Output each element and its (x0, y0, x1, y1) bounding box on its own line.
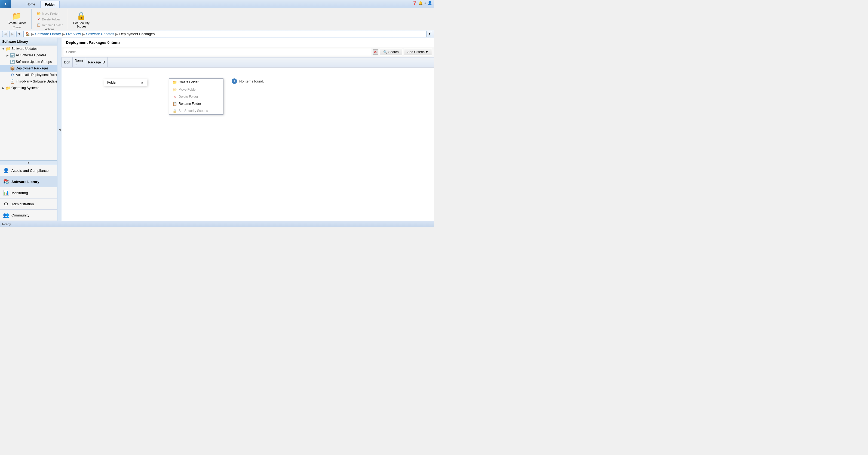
search-label: Search (389, 50, 399, 54)
tree-item-software-update-groups[interactable]: 🔄 Software Update Groups (0, 59, 57, 65)
delete-folder-label: Delete Folder (42, 18, 60, 21)
breadcrumb-overview[interactable]: Overview (66, 32, 81, 36)
search-clear-button[interactable]: ✕ (373, 49, 378, 55)
breadcrumb-software-library[interactable]: Software Library (35, 32, 61, 36)
delete-folder-button[interactable]: ✕ Delete Folder (35, 17, 64, 22)
label-software-updates: Software Updates (11, 47, 37, 51)
icon-third-party: 📋 (10, 79, 15, 84)
delete-folder-icon: ✕ (36, 17, 41, 22)
community-icon: 👥 (3, 212, 9, 218)
breadcrumb-path: 🏠 ▶ Software Library ▶ Overview ▶ Softwa… (23, 31, 427, 37)
add-criteria-label: Add Criteria (407, 50, 425, 54)
tree-item-software-updates[interactable]: ▼ 📁 Software Updates (0, 46, 57, 52)
context-menu-folder[interactable]: Folder ▶ (104, 79, 147, 86)
search-icon: 🔍 (383, 50, 387, 54)
search-input[interactable] (64, 49, 371, 55)
folder-submenu[interactable]: 📁 Create Folder 📂 Move Folder ✕ Delete F… (169, 79, 223, 115)
move-folder-button[interactable]: 📂 Move Folder (35, 11, 64, 16)
help-icon[interactable]: ❓ (412, 1, 417, 5)
icon-all-software: 🔄 (10, 53, 15, 58)
context-menu[interactable]: Folder ▶ (104, 79, 147, 86)
submenu-create-folder[interactable]: 📁 Create Folder (169, 79, 223, 86)
tree-item-all-software-updates[interactable]: ▶ 🔄 All Software Updates (0, 52, 57, 59)
dropdown-button[interactable]: ▼ (16, 31, 22, 37)
add-criteria-arrow: ▼ (425, 50, 428, 54)
tab-home[interactable]: Home (22, 1, 40, 8)
sidebar: Software Library ▼ 📁 Software Updates ▶ … (0, 38, 57, 221)
tree-item-deployment-packages[interactable]: 📦 Deployment Packages (0, 65, 57, 71)
sidebar-container: Software Library ▼ 📁 Software Updates ▶ … (0, 38, 62, 221)
tree-item-operating-systems[interactable]: ▶ 📁 Operating Systems (0, 85, 57, 91)
expander-deployment-packages (5, 66, 10, 70)
expander-software-updates[interactable]: ▼ (1, 47, 5, 51)
search-button[interactable]: 🔍 Search (380, 49, 402, 55)
expander-operating-systems[interactable]: ▶ (1, 86, 5, 90)
col-header-icon[interactable]: Icon (62, 57, 73, 67)
breadcrumb-current: Deployment Packages (119, 32, 155, 36)
ribbon-group-create: 📁 Create Folder Create (2, 9, 32, 29)
info-icon: i (231, 79, 237, 84)
ribbon-tabs: ▼ Home Folder ❓ 🔔 1 👤 (0, 0, 434, 8)
col-header-package-id[interactable]: Package ID (86, 57, 107, 67)
set-security-scopes-button[interactable]: 🔒 Set SecurityScopes (71, 10, 91, 29)
bell-icon[interactable]: 🔔 (418, 1, 423, 5)
sidebar-scroll[interactable]: ▼ 📁 Software Updates ▶ 🔄 All Software Up… (0, 46, 57, 160)
software-library-nav-label: Software Library (11, 180, 39, 184)
icon-deployment-packages: 📦 (10, 66, 15, 71)
icon-software-updates: 📁 (5, 46, 10, 51)
nav-section-software-library[interactable]: 📚 Software Library (0, 176, 57, 187)
security-scopes-submenu-label: Set Security Scopes (179, 109, 208, 113)
create-folder-submenu-label: Create Folder (179, 80, 198, 84)
nav-section-assets[interactable]: 👤 Assets and Compliance (0, 165, 57, 176)
nav-sections: 👤 Assets and Compliance 📚 Software Libra… (0, 165, 57, 221)
tab-folder[interactable]: Folder (40, 1, 60, 8)
expander-all-software[interactable]: ▶ (5, 53, 10, 57)
submenu-set-security-scopes[interactable]: 🔒 Set Security Scopes (169, 107, 223, 114)
create-folder-button[interactable]: 📁 Create Folder (5, 10, 28, 26)
sidebar-collapse-button[interactable]: ◀ (57, 38, 62, 221)
status-text: Ready (2, 222, 11, 226)
security-scopes-submenu-icon: 🔒 (173, 109, 177, 113)
user-icon[interactable]: 👤 (428, 1, 432, 5)
nav-section-administration[interactable]: ⚙ Administration (0, 199, 57, 210)
back-button[interactable]: ◀ (2, 31, 8, 37)
monitoring-icon: 📊 (3, 189, 9, 196)
col-package-id-label: Package ID (88, 60, 105, 64)
administration-label: Administration (11, 202, 34, 206)
status-bar: Ready (0, 221, 434, 227)
col-header-name[interactable]: Name (72, 57, 86, 67)
breadcrumb-dropdown-button[interactable]: ▼ (428, 31, 432, 37)
sidebar-scroll-down[interactable]: ▼ (0, 160, 57, 165)
tree-item-auto-deployment-rules[interactable]: ⚙ Automatic Deployment Rules (0, 71, 57, 78)
content-area: Deployment Packages 0 items ✕ 🔍 Search A… (62, 38, 434, 221)
app-menu-arrow: ▼ (4, 2, 7, 5)
sidebar-header: Software Library (0, 38, 57, 46)
app-menu-button[interactable]: ▼ (0, 0, 11, 8)
breadcrumb-software-updates[interactable]: Software Updates (86, 32, 114, 36)
add-criteria-button[interactable]: Add Criteria ▼ (404, 49, 432, 55)
submenu-rename-folder[interactable]: 📋 Rename Folder (169, 100, 223, 107)
label-auto-deployment-rules: Automatic Deployment Rules (16, 73, 57, 77)
ribbon-group-security: 🔒 Set SecurityScopes (68, 9, 95, 29)
label-operating-systems: Operating Systems (11, 86, 39, 90)
no-items-text: No items found. (239, 79, 264, 83)
nav-section-monitoring[interactable]: 📊 Monitoring (0, 187, 57, 199)
notification-count: 1 (424, 1, 426, 4)
assets-label: Assets and Compliance (11, 169, 49, 173)
forward-button[interactable]: ▶ (9, 31, 15, 37)
ribbon-group-actions-items: 📂 Move Folder ✕ Delete Folder 📋 Rename F… (35, 9, 64, 28)
col-name-label: Name (75, 59, 84, 62)
table-header: Icon Name Package ID (62, 57, 434, 67)
nav-section-community[interactable]: 👥 Community (0, 210, 57, 221)
submenu-delete-folder[interactable]: ✕ Delete Folder (169, 93, 223, 100)
administration-icon: ⚙ (3, 201, 9, 207)
expander-auto-rules (5, 73, 10, 77)
content-header: Deployment Packages 0 items (62, 38, 434, 47)
set-security-scopes-label: Set SecurityScopes (73, 21, 89, 28)
submenu-move-folder[interactable]: 📂 Move Folder (169, 86, 223, 93)
label-third-party-catalogs: Third-Party Software Update Catalogs (16, 80, 57, 83)
tree-item-third-party-catalogs[interactable]: 📋 Third-Party Software Update Catalogs (0, 78, 57, 85)
ribbon-content: 📁 Create Folder Create 📂 Move Folder ✕ D… (0, 8, 434, 30)
ribbon-group-create-label: Create (13, 26, 21, 29)
rename-folder-button[interactable]: 📋 Rename Folder (35, 22, 64, 28)
